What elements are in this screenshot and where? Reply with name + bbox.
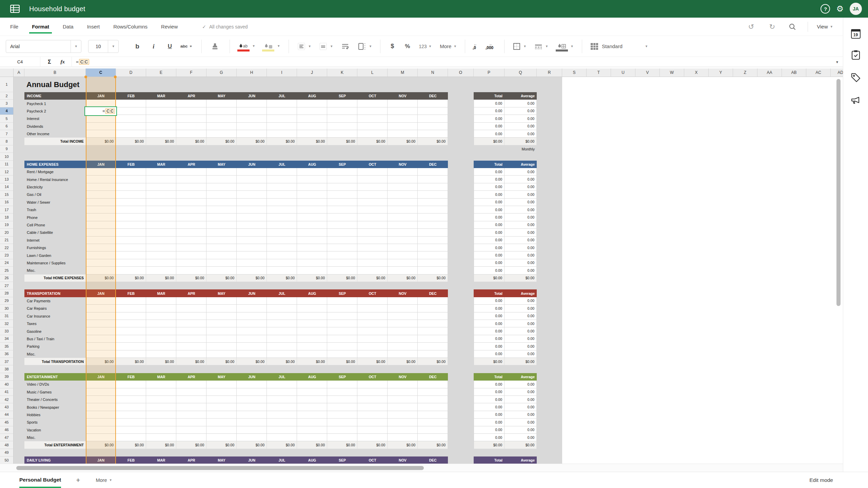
month-header-cell[interactable]: NOV <box>388 92 418 100</box>
data-cell[interactable] <box>86 297 116 305</box>
data-cell[interactable] <box>86 327 116 335</box>
data-cell[interactable] <box>357 221 388 229</box>
more-formats-button[interactable]: More▾ <box>440 43 456 49</box>
data-cell[interactable] <box>86 191 116 198</box>
row-header-26[interactable]: 26 <box>0 274 14 282</box>
average-column-header[interactable]: Average <box>505 161 537 168</box>
row-average-cell[interactable]: 0.00 <box>505 168 537 176</box>
data-cell[interactable] <box>206 130 237 138</box>
data-cell[interactable] <box>418 191 448 198</box>
data-cell[interactable] <box>388 100 418 107</box>
data-cell[interactable] <box>86 403 116 411</box>
data-cell[interactable] <box>116 251 146 259</box>
data-cell[interactable] <box>418 259 448 267</box>
data-cell[interactable] <box>237 388 267 396</box>
data-cell[interactable] <box>267 244 297 251</box>
more-sheets-button[interactable]: More▾ <box>96 477 112 483</box>
spreadsheet-grid[interactable]: ABCDEFGHIJKLMNOPQRSTUVWXYZAAABACAD123456… <box>0 68 843 472</box>
data-cell[interactable] <box>146 350 176 358</box>
data-cell[interactable] <box>388 343 418 350</box>
month-header-cell[interactable]: MAR <box>146 289 176 297</box>
section-grand-total-cell[interactable]: $0.00 <box>474 358 505 365</box>
data-cell[interactable] <box>116 343 146 350</box>
row-header-5[interactable]: 5 <box>0 115 14 122</box>
section-total-cell[interactable]: $0.00 <box>297 441 327 449</box>
data-cell[interactable] <box>388 381 418 388</box>
data-cell[interactable] <box>357 327 388 335</box>
data-cell[interactable] <box>357 381 388 388</box>
data-cell[interactable] <box>176 168 206 176</box>
row-header-4[interactable]: 4 <box>0 107 14 115</box>
row-total-cell[interactable]: 0.00 <box>474 100 505 107</box>
data-cell[interactable] <box>357 434 388 441</box>
row-label-cell[interactable]: Paycheck 1 <box>24 100 86 107</box>
column-header-O[interactable]: O <box>448 68 474 77</box>
month-header-cell[interactable]: NOV <box>388 373 418 381</box>
row-total-cell[interactable]: 0.00 <box>474 403 505 411</box>
user-avatar[interactable]: JA <box>850 3 862 15</box>
data-cell[interactable] <box>237 327 267 335</box>
row-average-cell[interactable]: 0.00 <box>505 297 537 305</box>
row-average-cell[interactable]: 0.00 <box>505 183 537 191</box>
fill-color-button[interactable]: ▾ <box>262 41 280 52</box>
column-header-AA[interactable]: AA <box>757 68 782 77</box>
data-cell[interactable] <box>327 214 357 221</box>
month-header-cell[interactable]: APR <box>176 289 206 297</box>
data-cell[interactable] <box>86 168 116 176</box>
data-cell[interactable] <box>327 176 357 183</box>
data-cell[interactable] <box>297 327 327 335</box>
row-header-44[interactable]: 44 <box>0 411 14 419</box>
menu-insert[interactable]: Insert <box>84 18 103 36</box>
data-cell[interactable] <box>418 403 448 411</box>
section-total-cell[interactable]: $0.00 <box>176 441 206 449</box>
sum-icon[interactable]: Σ <box>48 59 51 65</box>
data-cell[interactable] <box>176 176 206 183</box>
row-total-cell[interactable]: 0.00 <box>474 244 505 251</box>
data-cell[interactable] <box>86 434 116 441</box>
row-header-16[interactable]: 16 <box>0 199 14 206</box>
section-total-cell[interactable]: $0.00 <box>86 358 116 365</box>
data-cell[interactable] <box>86 267 116 274</box>
data-cell[interactable] <box>267 396 297 403</box>
column-header-B[interactable]: B <box>24 68 86 77</box>
data-cell[interactable] <box>176 305 206 312</box>
data-cell[interactable] <box>237 297 267 305</box>
month-header-cell[interactable]: AUG <box>297 456 327 464</box>
data-cell[interactable] <box>267 191 297 198</box>
section-header-home[interactable]: HOME EXPENSES <box>24 161 86 168</box>
data-cell[interactable] <box>357 267 388 274</box>
data-cell[interactable] <box>357 343 388 350</box>
sheet-title-cell[interactable]: Annual Budget <box>26 77 169 92</box>
row-header-38[interactable]: 38 <box>0 365 14 373</box>
row-total-cell[interactable]: 0.00 <box>474 259 505 267</box>
row-header-20[interactable]: 20 <box>0 229 14 236</box>
data-cell[interactable] <box>388 214 418 221</box>
data-cell[interactable] <box>176 259 206 267</box>
table-style-button[interactable]: Standard ▾ <box>590 43 647 50</box>
row-header-30[interactable]: 30 <box>0 305 14 312</box>
data-cell[interactable] <box>206 183 237 191</box>
selection-handle[interactable] <box>114 76 117 78</box>
column-header-Q[interactable]: Q <box>505 68 537 77</box>
row-label-cell[interactable]: Misc. <box>24 350 86 358</box>
data-cell[interactable] <box>146 130 176 138</box>
data-cell[interactable] <box>418 267 448 274</box>
row-total-cell[interactable]: 0.00 <box>474 221 505 229</box>
data-cell[interactable] <box>237 183 267 191</box>
data-cell[interactable] <box>388 237 418 244</box>
data-cell[interactable] <box>206 176 237 183</box>
section-total-label[interactable]: Total ENTERTAINMENT <box>24 441 86 449</box>
data-cell[interactable] <box>116 176 146 183</box>
data-cell[interactable] <box>418 350 448 358</box>
row-average-cell[interactable]: 0.00 <box>505 244 537 251</box>
row-total-cell[interactable]: 0.00 <box>474 434 505 441</box>
data-cell[interactable] <box>388 350 418 358</box>
column-header-D[interactable]: D <box>116 68 146 77</box>
month-header-cell[interactable]: DEC <box>418 92 448 100</box>
month-header-cell[interactable]: FEB <box>116 456 146 464</box>
data-cell[interactable] <box>176 229 206 236</box>
data-cell[interactable] <box>146 335 176 343</box>
section-grand-average-cell[interactable]: $0.00 <box>505 138 537 145</box>
data-cell[interactable] <box>297 381 327 388</box>
section-total-cell[interactable]: $0.00 <box>357 358 388 365</box>
